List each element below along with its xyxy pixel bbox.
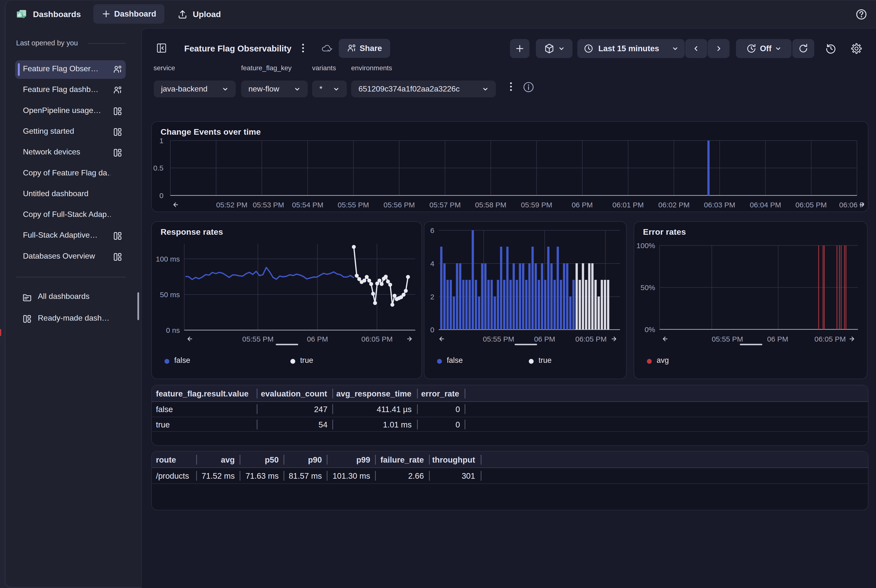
svg-text:05:56 PM: 05:56 PM (384, 201, 415, 209)
svg-text:05:53 PM: 05:53 PM (253, 201, 284, 209)
svg-text:0.5: 0.5 (153, 164, 164, 172)
svg-text:0: 0 (159, 192, 164, 200)
svg-text:06 PM: 06 PM (534, 335, 555, 343)
svg-text:05:54 PM: 05:54 PM (292, 201, 323, 209)
svg-text:06:05 PM: 06:05 PM (575, 335, 607, 343)
svg-text:06 PM: 06 PM (767, 335, 788, 343)
svg-text:06:01 PM: 06:01 PM (612, 201, 644, 209)
svg-text:05:52 PM: 05:52 PM (216, 201, 248, 209)
svg-text:100%: 100% (636, 242, 655, 250)
svg-text:06:04 PM: 06:04 PM (750, 201, 781, 209)
svg-text:06:05 PM: 06:05 PM (362, 335, 393, 343)
svg-text:05:55 PM: 05:55 PM (483, 335, 514, 343)
svg-text:0 ns: 0 ns (166, 326, 180, 334)
svg-text:05:58 PM: 05:58 PM (475, 201, 506, 209)
svg-text:100 ms: 100 ms (156, 255, 180, 263)
svg-text:50 ms: 50 ms (160, 291, 180, 298)
svg-text:1: 1 (159, 136, 164, 145)
svg-text:05:59 PM: 05:59 PM (521, 201, 552, 209)
svg-text:06:05 PM: 06:05 PM (795, 201, 827, 209)
svg-text:05:55 PM: 05:55 PM (242, 335, 273, 343)
svg-text:50%: 50% (640, 284, 655, 291)
svg-text:06 PM: 06 PM (307, 335, 328, 343)
svg-text:06:02 PM: 06:02 PM (658, 201, 690, 209)
svg-text:06:03 PM: 06:03 PM (704, 201, 735, 209)
svg-text:05:57 PM: 05:57 PM (429, 201, 461, 209)
svg-text:2: 2 (430, 293, 434, 301)
svg-text:05:55 PM: 05:55 PM (338, 201, 369, 209)
svg-text:4: 4 (430, 260, 434, 268)
svg-text:06 PM: 06 PM (572, 201, 593, 209)
svg-text:6: 6 (430, 226, 434, 234)
svg-text:05:55 PM: 05:55 PM (712, 335, 743, 343)
svg-text:06:05 PM: 06:05 PM (814, 335, 846, 343)
svg-text:0%: 0% (645, 326, 655, 333)
svg-text:0: 0 (430, 326, 434, 334)
